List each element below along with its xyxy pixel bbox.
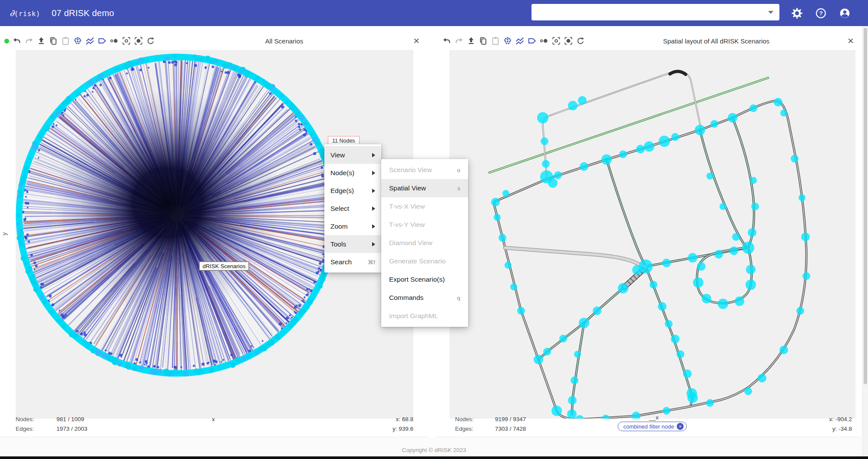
footer-bar: Copyright © dRISK 2023 xyxy=(0,437,868,456)
menu-item-tools[interactable]: Tools xyxy=(324,235,381,253)
page-title: 07 dRISK demo xyxy=(52,8,114,18)
center-selection-icon-button[interactable] xyxy=(562,35,574,47)
submenu-item-commands[interactable]: Commandsq xyxy=(381,289,468,307)
left-panel-close-icon[interactable]: × xyxy=(412,37,421,45)
center-selection-icon-button[interactable] xyxy=(132,35,145,47)
submenu-item-diamond-view: Diamond View xyxy=(381,234,468,252)
submenu-arrow-icon xyxy=(372,242,375,246)
left-cursor-x: x: 68.8 xyxy=(396,416,413,422)
graph-select-combobox[interactable] xyxy=(531,4,779,20)
show-nodes-icon-button[interactable] xyxy=(502,35,514,47)
menu-item-zoom[interactable]: Zoom xyxy=(324,217,381,235)
show-edges-icon-button[interactable] xyxy=(84,35,96,47)
submenu-arrow-icon xyxy=(372,224,375,229)
refresh-layout-icon-button[interactable] xyxy=(145,35,157,47)
chip-label: combined filter node xyxy=(623,423,674,430)
right-panel-toolbar: Spatial layout of All dRISK Scenarios × xyxy=(437,32,861,50)
right-edges-label: Edges: xyxy=(455,426,473,432)
left-nodes-label: Nodes: xyxy=(16,416,34,422)
settings-gear-icon[interactable] xyxy=(791,7,803,19)
right-cursor-x: x: -904.2 xyxy=(829,416,852,422)
label-tag-icon-button[interactable] xyxy=(526,35,538,47)
connection-status-dot xyxy=(4,39,9,43)
right-nodes-label: Nodes: xyxy=(455,416,474,422)
submenu-arrow-icon xyxy=(372,189,375,193)
left-edges-count: 1973 / 2003 xyxy=(56,426,87,432)
account-icon[interactable] xyxy=(839,7,851,19)
refresh-layout-icon-button[interactable] xyxy=(574,35,587,47)
submenu-item-spatial-view[interactable]: Spatial Views xyxy=(381,179,468,197)
graph-center-node-label[interactable]: dRISK Scenarios xyxy=(199,262,249,271)
page-scrollbar[interactable] xyxy=(862,26,868,456)
left-cursor-y: y: 939.6 xyxy=(393,426,413,432)
svg-text:?: ? xyxy=(819,10,822,17)
app-header: ∂ (risk) 07 dRISK demo xyxy=(0,0,868,26)
focus-selection-icon-button[interactable] xyxy=(550,35,562,47)
combined-filter-node-chip[interactable]: combined filter node × xyxy=(617,422,686,431)
label-tag-icon-button[interactable] xyxy=(96,35,108,47)
undo-button[interactable] xyxy=(441,35,453,47)
left-panel-title: All Scenarios xyxy=(157,37,412,45)
panel-spatial-layout: Spatial layout of All dRISK Scenarios × … xyxy=(437,26,861,437)
undo-button[interactable] xyxy=(11,35,23,47)
redo-button[interactable] xyxy=(23,35,35,47)
submenu-item-scenario-view: Scenario Viewo xyxy=(381,161,468,179)
left-edges-label: Edges: xyxy=(16,426,34,432)
context-menu: View Node(s) Edge(s) Select Zoom Tools S… xyxy=(324,144,381,273)
submenu-item-export-scenarios[interactable]: Export Scenario(s) xyxy=(381,270,468,289)
paste-button[interactable] xyxy=(59,35,72,47)
chevron-down-icon[interactable] xyxy=(768,11,773,14)
left-panel-toolbar: All Scenarios × xyxy=(0,32,427,50)
focus-selection-icon-button[interactable] xyxy=(120,35,132,47)
right-panel-title: Spatial layout of All dRISK Scenarios xyxy=(587,37,846,45)
left-y-axis-label: y xyxy=(1,233,8,236)
copy-button[interactable] xyxy=(477,35,489,47)
logo-risk-text: (risk) xyxy=(14,10,40,18)
view-submenu: Scenario Viewo Spatial Views T-vs-X View… xyxy=(381,159,468,327)
submenu-arrow-icon xyxy=(372,206,375,211)
submenu-item-t-vs-y-view: T-vs-Y View xyxy=(381,216,468,234)
menu-item-nodes[interactable]: Node(s) xyxy=(324,164,381,182)
left-nodes-count: 981 / 1009 xyxy=(56,416,84,422)
upload-button[interactable] xyxy=(35,35,47,47)
menu-item-edges[interactable]: Edge(s) xyxy=(324,182,381,200)
drisk-logo[interactable]: ∂ (risk) xyxy=(10,8,40,18)
submenu-item-t-vs-x-view: T-vs-X View xyxy=(381,197,468,216)
application-window: ∂ (risk) 07 dRISK demo xyxy=(0,0,868,459)
logo-d-glyph: ∂ xyxy=(10,8,14,18)
copy-button[interactable] xyxy=(47,35,59,47)
paste-button[interactable] xyxy=(489,35,502,47)
left-x-axis-label: x xyxy=(212,416,215,422)
submenu-arrow-icon xyxy=(372,171,375,175)
spatial-road-network[interactable] xyxy=(449,50,855,419)
right-nodes-count: 9199 / 9347 xyxy=(495,416,526,422)
right-edges-count: 7303 / 7428 xyxy=(495,426,526,432)
scrollbar-thumb[interactable] xyxy=(864,28,867,384)
menu-item-select[interactable]: Select xyxy=(324,200,381,217)
help-icon[interactable]: ? xyxy=(815,7,827,19)
right-panel-close-icon[interactable]: × xyxy=(846,37,855,45)
node-size-icon-button[interactable] xyxy=(108,35,120,47)
show-edges-icon-button[interactable] xyxy=(514,35,526,47)
graph-select-input[interactable] xyxy=(537,8,768,17)
redo-button[interactable] xyxy=(453,35,465,47)
chip-remove-icon[interactable]: × xyxy=(677,423,684,430)
submenu-arrow-icon xyxy=(372,153,375,157)
copyright-text: Copyright © dRISK 2023 xyxy=(0,447,868,453)
bottom-divider xyxy=(0,456,868,459)
submenu-item-generate-scenario: Generate Scenario xyxy=(381,252,468,270)
menu-item-view[interactable]: View xyxy=(324,146,381,164)
menu-item-search[interactable]: Search⌘f xyxy=(324,253,381,271)
submenu-item-import-graphml: Import GraphML xyxy=(381,307,468,325)
node-size-icon-button[interactable] xyxy=(538,35,550,47)
right-cursor-y: y: -34.8 xyxy=(832,426,852,432)
show-nodes-icon-button[interactable] xyxy=(72,35,84,47)
right-map-canvas[interactable] xyxy=(449,50,855,419)
upload-button[interactable] xyxy=(465,35,477,47)
right-x-axis-label: __x xyxy=(649,414,659,421)
